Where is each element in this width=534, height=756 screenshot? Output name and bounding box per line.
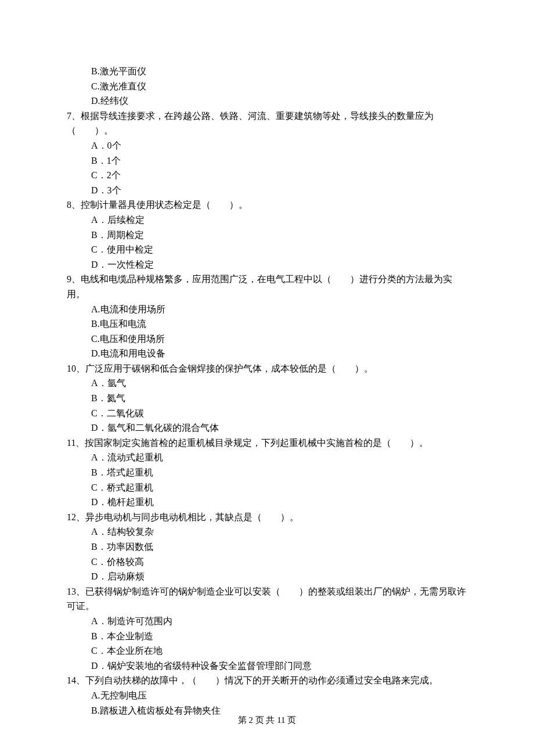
option-line: C.电压和使用场所 xyxy=(67,332,467,347)
option-line: C.激光准直仪 xyxy=(67,79,467,94)
option-line: B．功率因数低 xyxy=(67,539,467,555)
option-line: D．一次性检定 xyxy=(67,257,467,272)
option-line: B．氦气 xyxy=(67,391,467,406)
option-line: B.电压和电流 xyxy=(67,316,467,332)
question-stem: 9、电线和电缆品种规格繁多，应用范围广泛，在电气工程中以（ ）进行分类的方法最为… xyxy=(67,272,467,301)
question-stem: 7、根据导线连接要求，在跨越公路、铁路、河流、重要建筑物等处，导线接头的数量应为… xyxy=(67,109,467,138)
question-stem: 12、异步电动机与同步电动机相比，其缺点是（ ）。 xyxy=(67,510,467,525)
option-line: C．2个 xyxy=(67,168,467,183)
option-line: B．本企业制造 xyxy=(67,629,467,644)
question-stem: 13、已获得锅炉制造许可的锅炉制造企业可以安装（ ）的整装或组装出厂的锅炉，无需… xyxy=(67,584,467,614)
option-line: A.无控制电压 xyxy=(67,688,467,703)
question-stem: 11、按国家制定实施首检的起重机械目录规定，下列起重机械中实施首检的是（ ）。 xyxy=(67,435,467,451)
question-stem: 8、控制计量器具使用状态检定是（ ）。 xyxy=(67,197,467,213)
option-line: A．0个 xyxy=(67,138,467,153)
option-line: A．制造许可范围内 xyxy=(67,614,467,629)
option-line: D.经纬仪 xyxy=(67,93,467,109)
page-content: B.激光平面仪 C.激光准直仪 D.经纬仪 7、根据导线连接要求，在跨越公路、铁… xyxy=(67,64,467,718)
option-line: C．价格较高 xyxy=(67,555,467,570)
page-footer: 第 2 页 共 11 页 xyxy=(0,713,534,727)
option-line: C．二氧化碳 xyxy=(67,406,467,421)
option-line: B．周期检定 xyxy=(67,228,467,243)
option-line: C．本企业所在地 xyxy=(67,643,467,658)
question-stem: 14、下列自动扶梯的故障中，（ ）情况下的开关断开的动作必须通过安全电路来完成。 xyxy=(67,673,467,688)
option-line: D．3个 xyxy=(67,183,467,198)
option-line: A．后续检定 xyxy=(67,213,467,228)
option-line: C．桥式起重机 xyxy=(67,480,467,495)
option-line: A．氩气 xyxy=(67,376,467,391)
question-stem: 10、广泛应用于碳钢和低合金钢焊接的保护气体，成本较低的是（ ）。 xyxy=(67,361,467,376)
option-line: A.电流和使用场所 xyxy=(67,302,467,317)
option-line: A．结构较复杂 xyxy=(67,524,467,539)
option-line: D．桅杆起重机 xyxy=(67,495,467,510)
option-line: D.电流和用电设备 xyxy=(67,346,467,361)
option-line: B．1个 xyxy=(67,153,467,168)
option-line: C．使用中检定 xyxy=(67,242,467,257)
option-line: B．塔式起重机 xyxy=(67,465,467,480)
option-line: D．锅炉安装地的省级特种设备安全监督管理部门同意 xyxy=(67,658,467,674)
option-line: B.激光平面仪 xyxy=(67,64,467,79)
option-line: A．流动式起重机 xyxy=(67,450,467,465)
option-line: D．氩气和二氧化碳的混合气体 xyxy=(67,420,467,435)
option-line: D．启动麻烦 xyxy=(67,569,467,584)
